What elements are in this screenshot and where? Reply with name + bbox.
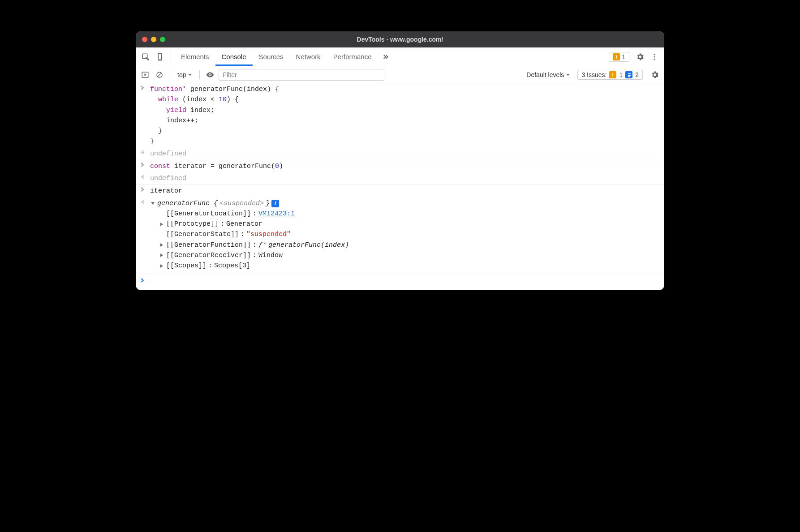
inspect-element-icon[interactable]	[138, 50, 153, 64]
svg-point-14	[143, 176, 144, 177]
object-header[interactable]: generatorFunc {<suspended>} i	[150, 198, 660, 209]
disclosure-right-icon[interactable]	[159, 222, 164, 227]
object-property[interactable]: [[GeneratorFunction]]: ƒ* generatorFunc(…	[159, 240, 660, 250]
chevron-down-icon	[566, 73, 570, 77]
return-value: undefined	[150, 173, 660, 184]
tab-console[interactable]: Console	[215, 47, 253, 66]
maximize-window-button[interactable]	[160, 37, 165, 42]
console-output-row: undefined	[136, 148, 664, 160]
svg-point-15	[143, 202, 144, 202]
minimize-window-button[interactable]	[151, 37, 156, 42]
object-info-icon[interactable]: i	[271, 200, 279, 207]
chevron-down-icon	[188, 73, 192, 77]
disclosure-right-icon[interactable]	[159, 243, 164, 247]
traffic-lights	[142, 37, 165, 42]
tab-performance[interactable]: Performance	[327, 47, 378, 66]
svg-rect-10	[628, 73, 631, 74]
console-prompt[interactable]	[136, 274, 664, 290]
prompt-chevron-icon	[140, 277, 150, 283]
warning-count: 1	[619, 71, 623, 78]
levels-label: Default levels	[526, 71, 564, 78]
tabbar-issue-count: 1	[622, 53, 625, 60]
titlebar: DevTools - www.google.com/	[136, 31, 664, 47]
input-chevron-icon	[140, 161, 150, 172]
input-chevron-icon	[140, 84, 150, 147]
object-property[interactable]: [[GeneratorLocation]]: VM12423:1	[159, 209, 660, 219]
console-input-row: function* generatorFunc(index) { while (…	[136, 83, 664, 148]
svg-point-3	[654, 54, 655, 55]
console-code[interactable]: iterator	[150, 186, 660, 196]
devtools-tabbar: Elements Console Sources Network Perform…	[136, 47, 664, 66]
console-toolbar: top Default levels 3 Issues: 1 2	[136, 66, 664, 83]
info-icon	[625, 71, 632, 78]
svg-rect-11	[628, 75, 631, 76]
console-output: function* generatorFunc(index) { while (…	[136, 83, 664, 290]
toggle-sidebar-icon[interactable]	[139, 69, 151, 81]
filter-input[interactable]	[219, 69, 384, 81]
issues-counter[interactable]: 3 Issues: 1 2	[577, 70, 643, 80]
svg-point-4	[654, 56, 655, 57]
return-value: undefined	[150, 149, 660, 159]
svg-line-8	[158, 73, 161, 77]
warning-icon	[613, 53, 620, 60]
svg-rect-12	[628, 76, 630, 77]
tab-sources[interactable]: Sources	[253, 47, 290, 66]
warning-icon	[609, 71, 616, 78]
object-property[interactable]: [[Prototype]]: Generator	[159, 219, 660, 229]
disclosure-down-icon[interactable]	[150, 201, 155, 206]
output-arrow-icon	[140, 198, 150, 209]
console-code[interactable]: const iterator = generatorFunc(0)	[150, 161, 660, 172]
console-output-row: generatorFunc {<suspended>} i [[Generato…	[136, 197, 664, 275]
input-chevron-icon	[140, 186, 150, 196]
tab-elements[interactable]: Elements	[175, 47, 215, 66]
svg-point-5	[654, 58, 655, 60]
tabbar-issues-badge[interactable]: 1	[609, 52, 629, 62]
console-output-row: undefined	[136, 172, 664, 185]
context-selector[interactable]: top	[175, 71, 195, 78]
devtools-window: DevTools - www.google.com/ Elements Cons…	[136, 31, 664, 290]
console-input-row: iterator	[136, 185, 664, 197]
more-tabs-icon[interactable]	[378, 50, 392, 64]
object-property[interactable]: [[GeneratorState]]: "suspended"	[159, 229, 660, 240]
settings-icon[interactable]	[633, 50, 647, 64]
tab-network[interactable]: Network	[290, 47, 327, 66]
svg-point-13	[143, 152, 144, 153]
output-arrow-icon	[140, 149, 150, 159]
source-link[interactable]: VM12423:1	[258, 209, 295, 219]
log-levels-selector[interactable]: Default levels	[522, 71, 575, 78]
context-label: top	[177, 71, 186, 78]
device-toolbar-icon[interactable]	[153, 50, 167, 64]
window-title: DevTools - www.google.com/	[136, 36, 664, 43]
close-window-button[interactable]	[142, 37, 147, 42]
output-arrow-icon	[140, 173, 150, 184]
live-expression-icon[interactable]	[204, 69, 216, 81]
kebab-menu-icon[interactable]	[647, 50, 662, 64]
disclosure-right-icon[interactable]	[159, 253, 164, 257]
issues-label: 3 Issues:	[581, 71, 606, 78]
console-input-row: const iterator = generatorFunc(0)	[136, 160, 664, 172]
object-property[interactable]: [[Scopes]]: Scopes[3]	[159, 261, 660, 271]
clear-console-icon[interactable]	[154, 69, 165, 81]
info-count: 2	[635, 71, 639, 78]
object-properties: [[GeneratorLocation]]: VM12423:1 [[Proto…	[140, 209, 660, 271]
console-settings-icon[interactable]	[649, 69, 661, 81]
disclosure-right-icon[interactable]	[159, 264, 164, 268]
console-code[interactable]: function* generatorFunc(index) { while (…	[150, 84, 660, 147]
svg-point-9	[210, 74, 211, 75]
object-property[interactable]: [[GeneratorReceiver]]: Window	[159, 250, 660, 261]
